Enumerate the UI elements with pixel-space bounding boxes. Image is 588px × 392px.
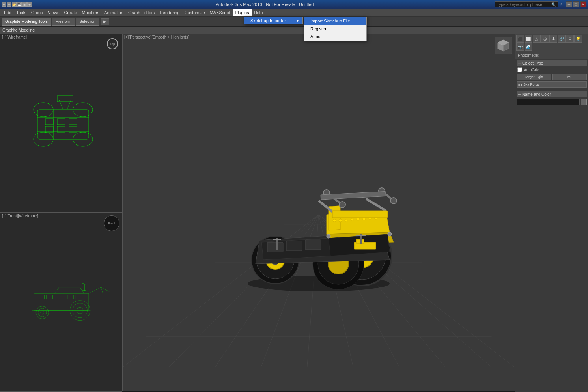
collapse-icon[interactable]: ─ — [518, 61, 521, 65]
color-swatch[interactable] — [581, 99, 587, 105]
target-light-btn[interactable]: Target Light — [517, 74, 551, 80]
wireframe-front-svg — [0, 263, 122, 342]
panel-icon-10[interactable]: 🌊 — [525, 43, 532, 51]
undo-btn[interactable]: ↩ — [2, 2, 6, 7]
right-panel: ⬛ ⬜ △ ◎ ♟ 🔗 ⚙ 💡 📷 🌊 Photometric ─ Object… — [515, 34, 588, 392]
svg-rect-107 — [332, 211, 388, 218]
menu-tools[interactable]: Tools — [14, 9, 29, 16]
modeling-bar: Graphite Modeling — [0, 27, 588, 34]
panel-icon-3[interactable]: △ — [533, 35, 541, 43]
svg-point-95 — [362, 218, 366, 220]
viewport-perspective-label: [+][Perspective][Smooth + Highlights] — [124, 35, 189, 39]
top-left-indicator: Top — [107, 38, 118, 49]
viewport-top-left[interactable]: [+][Wireframe] — [0, 34, 122, 213]
object-type-header-text: Object Type — [522, 61, 543, 65]
help-icon[interactable]: ? — [560, 2, 562, 7]
panel-icon-6[interactable]: 🔗 — [558, 35, 566, 43]
save-btn[interactable]: 💾 — [17, 2, 22, 7]
name-color-header: ─ Name and Color — [517, 91, 587, 97]
viewport-area: [+][Wireframe] — [0, 34, 515, 392]
lego-car-svg — [216, 138, 421, 295]
name-color-section: ─ Name and Color — [515, 90, 588, 107]
front-view-indicator: Front — [104, 215, 119, 231]
name-input[interactable] — [517, 99, 580, 105]
svg-point-118 — [388, 232, 392, 236]
submenu-item-import[interactable]: Import Sketchup File — [304, 17, 366, 25]
about-label: About — [310, 34, 322, 39]
menu-help[interactable]: Help — [252, 9, 265, 16]
app-title-bar: ↩ ↪ 📂 💾 ▣ ◈ Autodesk 3ds Max 2010 - Not … — [0, 0, 588, 9]
window-controls[interactable]: ─ □ ✕ — [565, 1, 586, 7]
menu-group[interactable]: Group — [29, 9, 46, 16]
submenu-item-register[interactable]: Register — [304, 25, 366, 33]
close-btn[interactable]: ✕ — [580, 1, 586, 7]
svg-rect-34 — [76, 295, 82, 299]
panel-icon-9[interactable]: 📷 — [516, 43, 524, 51]
app-title-text: Autodesk 3ds Max 2010 - Not For Resale -… — [34, 2, 495, 7]
register-label: Register — [310, 26, 327, 31]
indicator-label: Top — [110, 42, 115, 46]
video-btn[interactable]: ▶ — [101, 18, 109, 25]
search-icon: 🔍 — [551, 2, 556, 7]
menu-maxscript[interactable]: MAXScript — [207, 9, 233, 16]
free-btn[interactable]: Fre... — [552, 74, 587, 80]
menu-views[interactable]: Views — [45, 9, 62, 16]
panel-icon-4[interactable]: ◎ — [541, 35, 549, 43]
menu-create[interactable]: Create — [62, 9, 79, 16]
dropdown-item-sketchup[interactable]: Sketchup Importer ▶ — [244, 17, 302, 24]
open-btn[interactable]: 📂 — [12, 2, 17, 7]
selection-tab[interactable]: Selection — [76, 18, 99, 26]
svg-rect-109 — [286, 241, 302, 251]
menu-graph-editors[interactable]: Graph Editors — [126, 9, 157, 16]
main-content: [+][Wireframe] — [0, 34, 588, 392]
svg-point-92 — [345, 219, 348, 222]
panel-icon-5[interactable]: ♟ — [549, 35, 557, 43]
menu-animation[interactable]: Animation — [102, 9, 126, 16]
autogrid-row: AutoGrid — [517, 67, 587, 72]
redo-btn[interactable]: ↪ — [7, 2, 11, 7]
quick2-btn[interactable]: ◈ — [27, 2, 32, 7]
menu-rendering[interactable]: Rendering — [157, 9, 182, 16]
viewport-perspective[interactable]: [+][Perspective][Smooth + Highlights] — [122, 34, 515, 391]
menu-edit[interactable]: Edit — [2, 9, 14, 16]
search-input[interactable] — [497, 2, 551, 7]
menu-bar: Edit Tools Group Views Create Modifiers … — [0, 9, 588, 17]
viewport-top-right-content — [0, 213, 122, 391]
svg-rect-32 — [47, 295, 53, 299]
panel-icon-1[interactable]: ⬛ — [516, 35, 524, 43]
name-collapse-icon[interactable]: ─ — [518, 92, 521, 97]
sky-portal-btn[interactable]: mr Sky Portal — [517, 81, 587, 88]
search-box[interactable]: 🔍 — [495, 1, 558, 7]
menu-customize[interactable]: Customize — [182, 9, 207, 16]
svg-rect-110 — [305, 240, 321, 250]
quick1-btn[interactable]: ▣ — [22, 2, 27, 7]
svg-rect-31 — [38, 295, 45, 299]
svg-point-22 — [36, 306, 49, 319]
menu-plugins[interactable]: Plugins — [233, 9, 252, 16]
title-bar-quick-access[interactable]: ↩ ↪ 📂 💾 ▣ ◈ — [2, 2, 32, 7]
viewport-top-left-label: [+][Wireframe] — [2, 35, 27, 39]
svg-rect-0 — [37, 110, 89, 139]
panel-icon-8[interactable]: 💡 — [574, 35, 582, 43]
autogrid-checkbox[interactable] — [517, 67, 522, 72]
sketchup-submenu: Import Sketchup File Register About — [304, 17, 367, 41]
perspective-nav-cube[interactable] — [495, 37, 512, 54]
submenu-item-about[interactable]: About — [304, 33, 366, 41]
svg-rect-33 — [67, 295, 74, 299]
panel-icon-7[interactable]: ⚙ — [566, 35, 574, 43]
menu-modifiers[interactable]: Modifiers — [79, 9, 102, 16]
video-icon: ▶ — [103, 19, 106, 24]
freeform-tab[interactable]: Freeform — [52, 18, 75, 26]
svg-point-91 — [339, 219, 342, 222]
name-field-row — [517, 99, 587, 105]
svg-rect-9 — [45, 119, 53, 125]
viewport-top-right[interactable]: [+][Front][Wireframe] — [0, 213, 122, 391]
maximize-btn[interactable]: □ — [573, 1, 579, 7]
graphite-modeling-tab[interactable]: Graphite Modeling Tools — [2, 18, 51, 26]
minimize-btn[interactable]: ─ — [566, 1, 572, 7]
svg-rect-106 — [321, 191, 386, 200]
modeling-bar-label: Graphite Modeling — [2, 28, 35, 32]
photometric-text: Photometric — [518, 53, 539, 58]
svg-line-102 — [366, 199, 386, 211]
panel-icon-2[interactable]: ⬜ — [525, 35, 532, 43]
